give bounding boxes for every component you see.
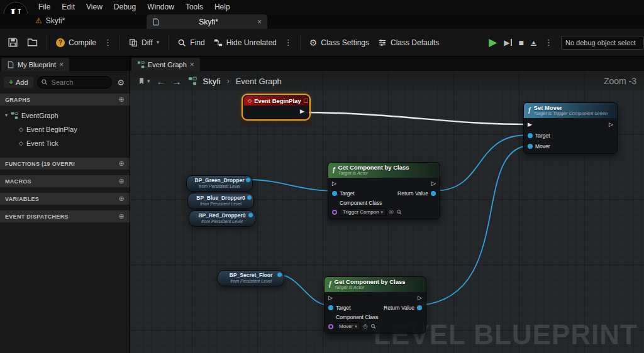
save-button[interactable]: [5, 35, 21, 50]
target-pin[interactable]: Target: [328, 305, 351, 311]
output-pin[interactable]: [248, 213, 253, 217]
component-class-pin[interactable]: Mover ▾ ◎: [328, 322, 376, 330]
close-icon[interactable]: ×: [59, 61, 64, 68]
compile-button[interactable]: ? Compile: [53, 36, 99, 50]
close-icon[interactable]: ×: [190, 61, 194, 68]
hide-unrelated-options-kebab[interactable]: ⋮: [283, 38, 294, 47]
menu-file[interactable]: File: [33, 1, 56, 13]
add-variable-icon[interactable]: ⊕: [118, 195, 125, 203]
frame-skip-button[interactable]: ▶: [504, 39, 511, 46]
node-event-beginplay[interactable]: ◇ Event BeginPlay ▶: [243, 95, 309, 119]
use-selected-icon[interactable]: ◎: [363, 323, 368, 329]
section-functions[interactable]: FUNCTIONS (19 OVERRI ⊕: [0, 158, 130, 170]
stop-button[interactable]: ■: [519, 38, 524, 47]
main-content: My Blueprint × + Add ⚙ GRAPHS ⊕: [0, 57, 644, 353]
exec-out-pin[interactable]: ▶: [300, 109, 304, 114]
node-subtitle: Target is Trigger Component Green: [534, 111, 608, 117]
exec-in-pin[interactable]: ▷: [328, 295, 333, 301]
folder-icon: [27, 37, 38, 48]
wire-getcomponent1-to-setmover-target[interactable]: [434, 135, 527, 191]
exec-out-pin[interactable]: ▷: [418, 295, 422, 301]
diff-button[interactable]: Diff ▾: [126, 36, 162, 50]
tree-item-event-beginplay[interactable]: ◇ Event BeginPlay: [0, 122, 130, 136]
panel-settings-gear-icon[interactable]: ⚙: [116, 79, 126, 87]
section-event-dispatchers[interactable]: EVENT DISPATCHERS ⊕: [0, 210, 130, 222]
node-bp-secret-floor[interactable]: BP_Secret_Floor from Persistent Level: [218, 270, 284, 286]
tab-skyfi-asset[interactable]: Skyfi* ×: [147, 14, 267, 29]
browse-button[interactable]: [25, 35, 40, 50]
eject-button[interactable]: ▴: [531, 40, 536, 46]
asset-shortcut[interactable]: ⚠ Skyfi*: [35, 16, 65, 25]
debug-object-dropdown[interactable]: No debug object select: [561, 36, 644, 50]
node-title: Event BeginPlay: [254, 97, 301, 104]
add-button[interactable]: + Add: [4, 77, 33, 88]
breadcrumb-root[interactable]: Skyfi: [203, 77, 221, 86]
output-pin[interactable]: [277, 273, 282, 277]
node-bp-red-dropper[interactable]: BP_Red_Dropper0 from Persistent Level: [189, 210, 255, 227]
section-graphs[interactable]: GRAPHS ⊕: [0, 94, 130, 106]
compile-options-kebab[interactable]: ⋮: [103, 38, 113, 47]
class-defaults-button[interactable]: Class Defaults: [375, 36, 441, 50]
use-selected-icon[interactable]: ◎: [389, 209, 394, 215]
class-search-icon[interactable]: [396, 209, 402, 215]
wire-green-dropper-to-getcomponent1[interactable]: [250, 180, 333, 191]
exec-out-pin[interactable]: ▷: [609, 122, 613, 128]
class-settings-button[interactable]: ⚙ Class Settings: [307, 36, 372, 50]
mover-pin[interactable]: Mover: [528, 143, 550, 149]
exec-out-pin[interactable]: ▷: [431, 181, 436, 187]
play-options-kebab[interactable]: ⋮: [543, 38, 554, 47]
component-class-dropdown[interactable]: Trigger Compon ▾: [340, 208, 386, 216]
node-get-component-by-class-1[interactable]: ƒ Get Component by Class Target is Actor…: [328, 162, 440, 219]
return-value-pin[interactable]: Return Value: [384, 305, 422, 311]
back-button[interactable]: ←: [157, 77, 166, 86]
class-search-icon[interactable]: [370, 323, 376, 329]
add-function-icon[interactable]: ⊕: [118, 160, 125, 168]
search-input[interactable]: [37, 76, 113, 89]
hide-unrelated-button[interactable]: Hide Unrelated: [211, 36, 279, 50]
target-pin[interactable]: Target: [332, 190, 355, 197]
ref-subtitle: from Persistent Level: [190, 184, 249, 189]
graph-canvas[interactable]: ◇ Event BeginPlay ▶ ƒ: [130, 71, 644, 353]
expand-icon[interactable]: ▾: [5, 113, 8, 118]
floppy-icon: [8, 37, 18, 48]
node-bp-blue-dropper[interactable]: BP_Blue_Dropper0 from Persistent Level: [187, 193, 254, 209]
asset-tab-row: ⚠ Skyfi* Skyfi* ×: [0, 14, 644, 29]
find-button[interactable]: Find: [175, 36, 207, 50]
component-class-dropdown[interactable]: Mover ▾: [336, 322, 360, 330]
target-pin[interactable]: Target: [528, 133, 550, 139]
wire-exec-beginplay-to-setmover[interactable]: [301, 112, 527, 124]
menu-debug[interactable]: Debug: [108, 1, 142, 13]
component-class-pin[interactable]: Trigger Compon ▾ ◎: [332, 208, 402, 216]
tab-my-blueprint[interactable]: My Blueprint ×: [1, 58, 69, 71]
add-dispatcher-icon[interactable]: ⊕: [118, 212, 125, 220]
close-icon[interactable]: ×: [257, 18, 262, 26]
section-variables[interactable]: VARIABLES ⊕: [0, 193, 130, 205]
bookmark-button[interactable]: ▾: [138, 77, 150, 85]
node-bp-green-dropper[interactable]: BP_Green_Dropper from Persistent Level: [186, 175, 253, 192]
tab-event-graph[interactable]: Event Graph ×: [131, 58, 200, 71]
add-graph-icon[interactable]: ⊕: [118, 95, 125, 104]
menu-help[interactable]: Help: [209, 1, 236, 13]
node-get-component-by-class-2[interactable]: ƒ Get Component by Class Target is Actor…: [324, 276, 426, 334]
exec-in-pin[interactable]: ▶: [528, 122, 532, 128]
tree-item-eventgraph[interactable]: ▾ EventGraph: [0, 109, 130, 122]
output-pin[interactable]: [247, 195, 252, 200]
menu-tools[interactable]: Tools: [180, 1, 209, 13]
debug-object-label: No debug object select: [565, 39, 636, 46]
menu-window[interactable]: Window: [142, 1, 180, 13]
menu-view[interactable]: View: [80, 1, 108, 13]
return-value-pin[interactable]: Return Value: [397, 190, 436, 197]
breadcrumb-current[interactable]: Event Graph: [236, 77, 282, 86]
section-macros[interactable]: MACROS ⊕: [0, 175, 130, 187]
wire-secret-floor-to-getcomponent2[interactable]: [280, 275, 329, 305]
play-button[interactable]: ▶: [489, 37, 497, 48]
add-macro-icon[interactable]: ⊕: [118, 177, 125, 185]
delegate-pin[interactable]: [304, 99, 308, 103]
tree-item-event-tick[interactable]: ◇ Event Tick: [0, 136, 130, 150]
exec-in-pin[interactable]: ▷: [332, 181, 336, 187]
event-icon: ◇: [19, 127, 23, 133]
forward-button[interactable]: →: [172, 77, 182, 86]
output-pin[interactable]: [246, 178, 250, 182]
node-set-mover[interactable]: ƒ Set Mover Target is Trigger Component …: [523, 102, 618, 154]
menu-edit[interactable]: Edit: [56, 1, 80, 13]
